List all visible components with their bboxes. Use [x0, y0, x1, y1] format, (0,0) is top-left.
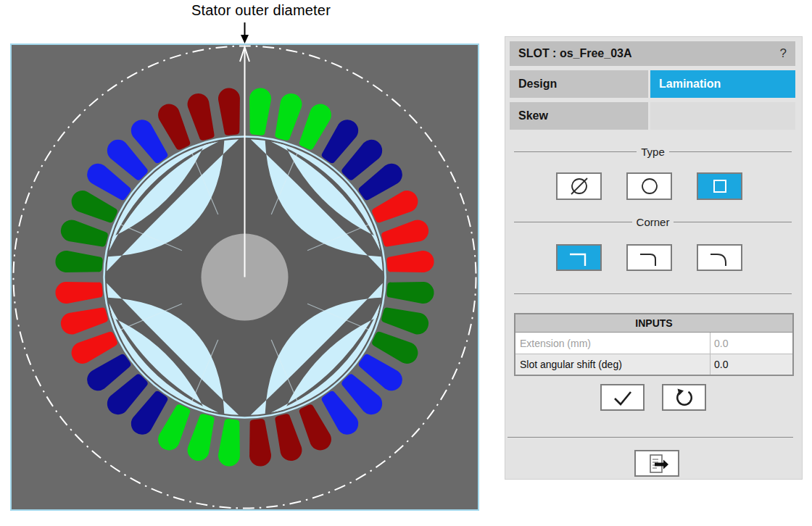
slot-type-square-button[interactable]	[697, 172, 742, 200]
slashed-circle-icon	[567, 175, 592, 197]
slot-angular-shift-value-field[interactable]: 0.0	[710, 354, 792, 375]
motor-cross-section-view[interactable]: Stator outer diameter	[0, 0, 500, 526]
apply-button[interactable]	[600, 384, 645, 411]
section-divider	[508, 437, 793, 438]
annotation-arrowhead	[241, 35, 249, 43]
tab-design[interactable]: Design	[510, 70, 648, 98]
extension-value-field: 0.0	[710, 333, 792, 354]
square-icon	[708, 175, 732, 197]
slot-type-round-button[interactable]	[626, 172, 672, 200]
slot-type-none-button[interactable]	[556, 172, 602, 200]
slot-properties-panel: SLOT : os_Free_03A ? Design Lamination S…	[505, 37, 802, 479]
corner-section-label: Corner	[632, 216, 674, 228]
tab-skew[interactable]: Skew	[510, 102, 648, 130]
export-document-icon	[645, 453, 669, 475]
divider-line	[674, 222, 792, 222]
sharp-corner-icon	[565, 247, 594, 269]
help-icon[interactable]: ?	[780, 46, 787, 61]
large-radius-corner-icon	[705, 247, 734, 269]
checkmark-icon	[610, 388, 636, 408]
corner-sharp-button[interactable]	[556, 244, 602, 271]
circle-icon	[637, 175, 662, 197]
panel-title: SLOT : os_Free_03A	[518, 47, 780, 60]
corner-section-caption: Corner	[514, 216, 792, 228]
stator-outer-diameter-label: Stator outer diameter	[145, 2, 377, 19]
divider-line	[669, 151, 792, 152]
inputs-table-header: INPUTS	[515, 314, 792, 333]
undo-rotate-icon	[671, 387, 697, 409]
type-section-label: Type	[637, 146, 669, 158]
type-section-caption: Type	[514, 146, 792, 158]
table-row-slot-angular-shift: Slot angular shift (deg) 0.0	[515, 354, 792, 375]
export-button[interactable]	[634, 450, 679, 477]
extension-label: Extension (mm)	[515, 333, 710, 354]
tab-lamination[interactable]: Lamination	[650, 70, 795, 98]
application-window: Stator outer diameter SLOT : os_Free_03A…	[0, 0, 812, 526]
divider-line	[514, 222, 632, 222]
table-row-extension: Extension (mm) 0.0	[515, 333, 792, 354]
motor-diagram-svg	[0, 0, 500, 526]
slot-angular-shift-label: Slot angular shift (deg)	[515, 354, 710, 375]
section-divider	[514, 293, 792, 294]
corner-small-radius-button[interactable]	[626, 244, 672, 271]
inputs-table: INPUTS Extension (mm) 0.0 Slot angular s…	[514, 313, 794, 376]
divider-line	[514, 151, 637, 152]
corner-large-radius-button[interactable]	[697, 244, 742, 271]
small-radius-corner-icon	[635, 247, 664, 269]
tab-row-filler	[650, 102, 795, 130]
panel-header: SLOT : os_Free_03A ?	[510, 41, 795, 66]
reset-button[interactable]	[662, 384, 706, 411]
